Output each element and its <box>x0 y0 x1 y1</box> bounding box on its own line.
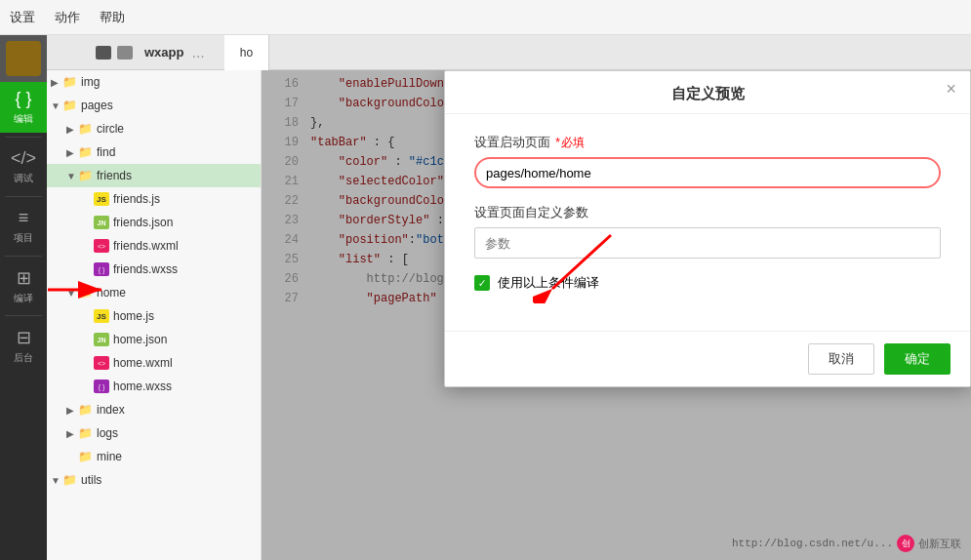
code-area: 16 "enablePullDownRefresh" : false, 17 "… <box>262 70 971 560</box>
tree-label-friends-json: friends.json <box>113 216 173 229</box>
folder-icon-pages: 📁 <box>62 99 77 112</box>
avatar <box>0 35 47 82</box>
field2-label: 设置页面自定义参数 <box>474 204 941 221</box>
dialog: 自定义预览 × 设置启动页面 *必填 <box>444 70 971 387</box>
tree-label-logs: logs <box>97 426 118 440</box>
dialog-close-button[interactable]: × <box>946 81 956 99</box>
modal-overlay: 自定义预览 × 设置启动页面 *必填 <box>262 70 971 560</box>
file-tree-panel: ▶ 📁 img ▼ 📁 pages ▶ 📁 circle <box>47 70 262 560</box>
tree-label-home-js: home.js <box>113 309 154 323</box>
translate-label: 编译 <box>14 292 33 305</box>
tree-item-home-wxss[interactable]: ▶ { } home.wxss <box>47 375 261 398</box>
tree-item-friends-js[interactable]: ▶ JS friends.js <box>47 187 261 211</box>
sidebar-item-project[interactable]: ≡ 项目 <box>0 201 47 252</box>
project-dots[interactable]: ... <box>191 44 204 61</box>
folder-icon-find: 📁 <box>78 145 93 159</box>
confirm-button[interactable]: 确定 <box>884 343 951 375</box>
tree-label-friends-js: friends.js <box>113 192 160 206</box>
icon-sidebar: { } 编辑 </> 调试 ≡ 项目 ⊞ 编译 <box>0 35 47 560</box>
tab-bar: wxapp ... ho <box>47 35 971 70</box>
sidebar-item-debug[interactable]: </> 调试 <box>0 141 47 192</box>
tree-item-home-json[interactable]: ▶ JN home.json <box>47 328 261 351</box>
divider4 <box>5 315 42 316</box>
folder-icon-circle: 📁 <box>78 122 93 136</box>
backend-label: 后台 <box>14 351 33 365</box>
wxml-icon-home: <> <box>94 356 109 370</box>
tree-label-mine: mine <box>97 450 122 463</box>
tree-item-pages[interactable]: ▼ 📁 pages <box>47 94 261 117</box>
menu-actions[interactable]: 动作 <box>55 9 80 26</box>
folder-icon-utils: 📁 <box>62 473 77 487</box>
tab-home[interactable]: ho <box>224 35 269 70</box>
tree-label-friends: friends <box>97 169 132 182</box>
arrow-img: ▶ <box>51 77 62 88</box>
tree-label-home-json: home.json <box>113 333 167 346</box>
tree-label-pages: pages <box>81 99 113 112</box>
divider3 <box>5 256 42 257</box>
checkbox-row: 使用以上条件编译 <box>474 274 941 292</box>
red-arrow-sidebar <box>43 270 121 309</box>
tree-item-logs[interactable]: ▶ 📁 logs <box>47 421 261 445</box>
backend-icon: ⊟ <box>17 327 31 348</box>
compile-checkbox[interactable] <box>474 275 490 291</box>
edit-icon: { } <box>15 89 31 109</box>
js-icon-home: JS <box>94 309 109 323</box>
sidebar-item-backend[interactable]: ⊟ 后台 <box>0 320 47 371</box>
required-star: *必填 <box>554 135 585 151</box>
tree-item-utils[interactable]: ▼ 📁 utils <box>47 468 261 492</box>
watermark-url: http://blog.csdn.net/u... <box>732 538 893 549</box>
field1-label: 设置启动页面 *必填 <box>474 134 941 151</box>
file-tree-icon2 <box>117 46 133 60</box>
sidebar-item-translate[interactable]: ⊞ 编译 <box>0 260 47 311</box>
arrow-circle: ▶ <box>66 124 78 135</box>
js-icon-friends: JS <box>94 192 109 206</box>
debug-label: 调试 <box>14 172 33 185</box>
tree-item-friends[interactable]: ▼ 📁 friends <box>47 164 261 187</box>
tree-item-friends-json[interactable]: ▶ JN friends.json <box>47 211 261 234</box>
json-icon-home: JN <box>94 333 109 346</box>
arrow-index: ▶ <box>66 405 78 416</box>
arrow-logs: ▶ <box>66 428 78 439</box>
svg-line-3 <box>552 235 611 289</box>
watermark-logo: 创 <box>897 535 914 552</box>
tree-item-find[interactable]: ▶ 📁 find <box>47 140 261 164</box>
tree-label-img: img <box>81 75 100 89</box>
arrow-friends: ▼ <box>66 171 78 181</box>
menu-settings[interactable]: 设置 <box>10 9 35 26</box>
tree-item-circle[interactable]: ▶ 📁 circle <box>47 117 261 140</box>
red-arrow-dialog <box>533 225 630 303</box>
tree-item-friends-wxml[interactable]: ▶ <> friends.wxml <box>47 234 261 258</box>
tree-item-mine[interactable]: ▶ 📁 mine <box>47 445 261 468</box>
wxss-icon-home: { } <box>94 380 109 393</box>
folder-icon-mine: 📁 <box>78 450 93 463</box>
folder-icon-friends: 📁 <box>78 169 93 182</box>
dialog-footer: 取消 确定 <box>445 331 970 386</box>
tree-label-home-wxml: home.wxml <box>113 356 173 370</box>
divider1 <box>5 137 42 138</box>
tree-label-circle: circle <box>97 122 124 136</box>
tree-label-index: index <box>97 403 125 417</box>
tree-label-friends-wxml: friends.wxml <box>113 239 179 253</box>
cancel-button[interactable]: 取消 <box>808 343 874 375</box>
arrow-utils: ▼ <box>51 475 62 486</box>
wxml-icon-friends: <> <box>94 239 109 253</box>
tree-label-utils: utils <box>81 473 101 487</box>
arrow-find: ▶ <box>66 147 78 158</box>
divider2 <box>5 196 42 197</box>
tree-label-friends-wxss: friends.wxss <box>113 262 178 276</box>
menu-help[interactable]: 帮助 <box>100 9 125 26</box>
startup-page-input[interactable] <box>474 157 941 188</box>
tree-item-img[interactable]: ▶ 📁 img <box>47 70 261 94</box>
watermark-brand: 创新互联 <box>918 537 961 551</box>
folder-icon-logs: 📁 <box>78 426 93 440</box>
tree-item-index[interactable]: ▶ 📁 index <box>47 398 261 421</box>
tree-item-home-wxml[interactable]: ▶ <> home.wxml <box>47 351 261 375</box>
json-icon-friends: JN <box>94 216 109 229</box>
menu-bar: 设置 动作 帮助 <box>0 0 971 35</box>
file-tree-icon1 <box>96 46 111 60</box>
folder-icon-img: 📁 <box>62 75 77 89</box>
tree-label-home-wxss: home.wxss <box>113 380 172 393</box>
project-name: wxapp <box>144 45 183 60</box>
sidebar-item-edit[interactable]: { } 编辑 <box>0 82 47 133</box>
translate-icon: ⊞ <box>17 267 31 289</box>
